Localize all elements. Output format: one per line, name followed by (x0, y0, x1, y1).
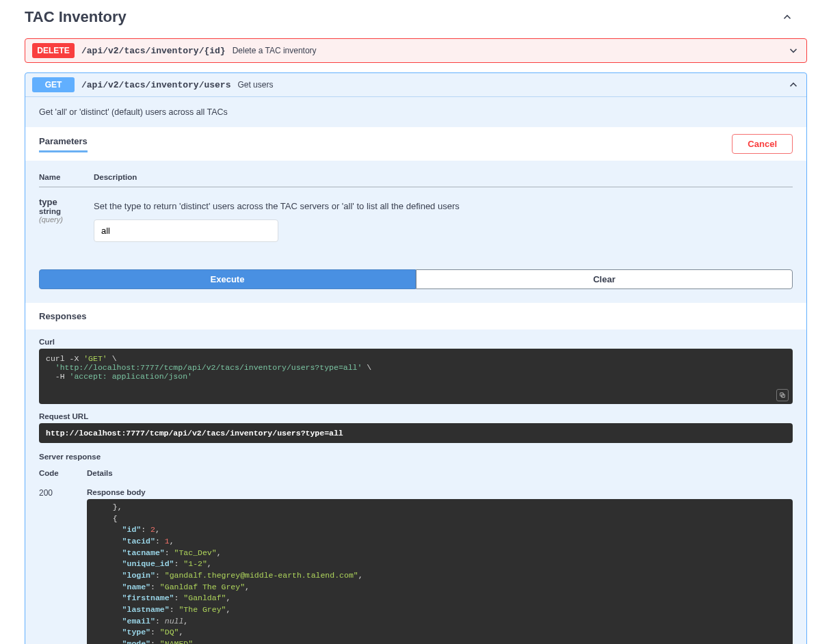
endpoint-description: Get 'all' or 'distinct' (default) users … (25, 97, 806, 127)
endpoint-get: GET /api/v2/tacs/inventory/users Get use… (25, 72, 807, 644)
endpoint-summary[interactable]: DELETE /api/v2/tacs/inventory/{id} Delet… (25, 39, 806, 62)
chevron-down-icon (787, 44, 800, 57)
col-desc-header: Description (94, 167, 793, 187)
endpoint-path: /api/v2/tacs/inventory/{id} (81, 46, 226, 56)
endpoint-body: Get 'all' or 'distinct' (default) users … (25, 96, 806, 644)
param-type: string (39, 207, 94, 215)
chevron-up-icon (781, 11, 793, 23)
server-response-label: Server response (39, 453, 793, 461)
endpoint-summary[interactable]: GET /api/v2/tacs/inventory/users Get use… (25, 73, 806, 96)
parameters-tab[interactable]: Parameters (39, 136, 88, 152)
param-in: (query) (39, 215, 94, 224)
responses-title: Responses (39, 311, 86, 321)
method-badge: DELETE (32, 43, 75, 58)
col-name-header: Name (39, 167, 94, 187)
copy-icon[interactable] (776, 389, 789, 401)
clear-button[interactable]: Clear (416, 269, 793, 289)
parameter-row: type string (query) Set the type to retu… (39, 187, 793, 256)
cancel-button[interactable]: Cancel (732, 134, 793, 154)
endpoint-summary-text: Delete a TAC inventory (233, 46, 317, 55)
tag-title: TAC Inventory (25, 8, 127, 26)
details-header: Details (87, 464, 793, 483)
endpoint-summary-text: Get users (237, 80, 273, 90)
response-body-label: Response body (87, 488, 793, 496)
response-body[interactable]: }, { "id": 2, "tacid": 1, "tacname": "Ta… (87, 499, 793, 644)
param-description: Set the type to return 'distinct' users … (94, 201, 793, 211)
response-code: 200 (39, 483, 87, 644)
parameters-table: Name Description type string (query) Set… (39, 167, 793, 256)
tag-header[interactable]: TAC Inventory (11, 0, 807, 34)
chevron-up-icon (787, 79, 800, 91)
code-header: Code (39, 464, 87, 483)
method-badge: GET (32, 77, 75, 92)
param-name: type (39, 197, 94, 207)
param-value-input[interactable] (94, 219, 278, 242)
request-url[interactable]: http://localhost:7777/tcmp/api/v2/tacs/i… (39, 423, 793, 443)
request-url-label: Request URL (39, 412, 793, 420)
response-table: Code Details 200 Response body }, { "id"… (39, 464, 793, 644)
execute-button[interactable]: Execute (39, 269, 416, 289)
curl-label: Curl (39, 338, 793, 346)
curl-command[interactable]: curl -X 'GET' \ 'http://localhost:7777/t… (39, 349, 793, 404)
responses-header: Responses (25, 303, 806, 330)
endpoint-path: /api/v2/tacs/inventory/users (81, 80, 230, 90)
parameters-header: Parameters Cancel (25, 127, 806, 161)
endpoint-delete: DELETE /api/v2/tacs/inventory/{id} Delet… (25, 38, 807, 63)
